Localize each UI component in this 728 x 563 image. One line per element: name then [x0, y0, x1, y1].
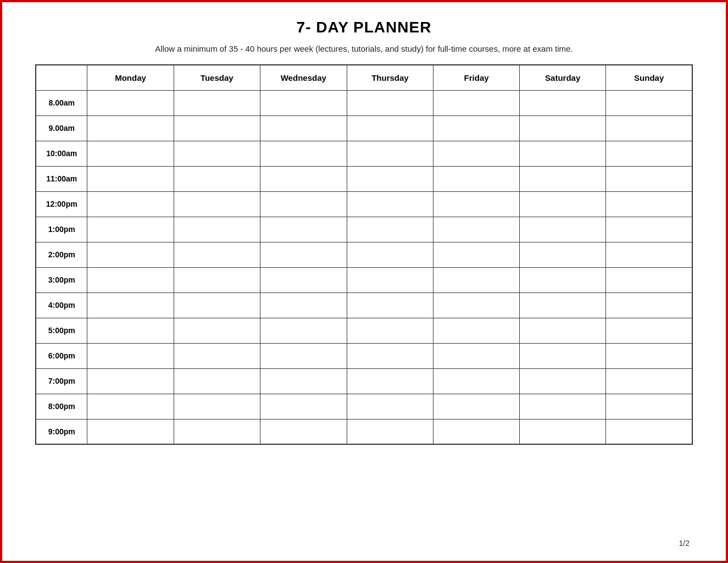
schedule-cell[interactable] — [434, 292, 520, 318]
schedule-cell[interactable] — [260, 267, 347, 292]
schedule-cell[interactable] — [347, 166, 433, 191]
schedule-cell[interactable] — [520, 191, 606, 217]
schedule-cell[interactable] — [260, 141, 347, 166]
schedule-cell[interactable] — [606, 292, 692, 318]
schedule-cell[interactable] — [87, 394, 174, 419]
schedule-cell[interactable] — [606, 217, 692, 242]
schedule-cell[interactable] — [606, 419, 692, 444]
schedule-cell[interactable] — [434, 115, 520, 141]
schedule-cell[interactable] — [347, 90, 433, 115]
schedule-cell[interactable] — [347, 368, 433, 394]
schedule-cell[interactable] — [260, 318, 347, 343]
schedule-cell[interactable] — [174, 267, 260, 292]
schedule-cell[interactable] — [606, 343, 692, 368]
schedule-cell[interactable] — [87, 191, 174, 217]
schedule-cell[interactable] — [87, 141, 174, 166]
schedule-cell[interactable] — [347, 242, 433, 267]
time-cell: 9:00pm — [36, 419, 87, 444]
schedule-cell[interactable] — [520, 368, 606, 394]
schedule-cell[interactable] — [606, 141, 692, 166]
schedule-cell[interactable] — [434, 90, 520, 115]
schedule-cell[interactable] — [606, 90, 692, 115]
schedule-cell[interactable] — [520, 267, 606, 292]
schedule-cell[interactable] — [520, 292, 606, 318]
schedule-cell[interactable] — [520, 343, 606, 368]
schedule-cell[interactable] — [606, 394, 692, 419]
schedule-cell[interactable] — [347, 343, 433, 368]
page-container: 7- DAY PLANNER Allow a minimum of 35 - 4… — [2, 2, 726, 561]
schedule-cell[interactable] — [434, 242, 520, 267]
schedule-cell[interactable] — [174, 90, 260, 115]
schedule-cell[interactable] — [520, 242, 606, 267]
schedule-cell[interactable] — [174, 166, 260, 191]
schedule-cell[interactable] — [347, 292, 433, 318]
schedule-cell[interactable] — [434, 419, 520, 444]
schedule-cell[interactable] — [87, 343, 174, 368]
schedule-cell[interactable] — [87, 292, 174, 318]
schedule-cell[interactable] — [174, 141, 260, 166]
schedule-cell[interactable] — [520, 394, 606, 419]
schedule-cell[interactable] — [87, 267, 174, 292]
schedule-cell[interactable] — [347, 217, 433, 242]
schedule-cell[interactable] — [260, 90, 347, 115]
schedule-cell[interactable] — [520, 217, 606, 242]
schedule-cell[interactable] — [434, 141, 520, 166]
schedule-cell[interactable] — [87, 242, 174, 267]
schedule-cell[interactable] — [260, 217, 347, 242]
schedule-cell[interactable] — [347, 191, 433, 217]
schedule-cell[interactable] — [87, 217, 174, 242]
schedule-cell[interactable] — [260, 343, 347, 368]
schedule-cell[interactable] — [87, 115, 174, 141]
schedule-cell[interactable] — [347, 419, 433, 444]
schedule-cell[interactable] — [434, 368, 520, 394]
schedule-cell[interactable] — [434, 394, 520, 419]
schedule-cell[interactable] — [606, 318, 692, 343]
schedule-cell[interactable] — [347, 318, 433, 343]
schedule-cell[interactable] — [434, 343, 520, 368]
schedule-cell[interactable] — [606, 115, 692, 141]
schedule-cell[interactable] — [174, 394, 260, 419]
schedule-cell[interactable] — [520, 419, 606, 444]
schedule-cell[interactable] — [87, 318, 174, 343]
schedule-cell[interactable] — [260, 394, 347, 419]
schedule-cell[interactable] — [434, 318, 520, 343]
schedule-cell[interactable] — [260, 166, 347, 191]
schedule-cell[interactable] — [606, 242, 692, 267]
schedule-cell[interactable] — [260, 191, 347, 217]
schedule-cell[interactable] — [260, 419, 347, 444]
schedule-cell[interactable] — [174, 242, 260, 267]
schedule-cell[interactable] — [520, 166, 606, 191]
schedule-cell[interactable] — [434, 267, 520, 292]
schedule-cell[interactable] — [174, 292, 260, 318]
schedule-cell[interactable] — [606, 267, 692, 292]
schedule-cell[interactable] — [347, 267, 433, 292]
schedule-cell[interactable] — [174, 368, 260, 394]
schedule-cell[interactable] — [347, 394, 433, 419]
schedule-cell[interactable] — [520, 115, 606, 141]
schedule-cell[interactable] — [174, 191, 260, 217]
schedule-cell[interactable] — [434, 217, 520, 242]
schedule-cell[interactable] — [520, 141, 606, 166]
schedule-cell[interactable] — [606, 191, 692, 217]
schedule-cell[interactable] — [520, 318, 606, 343]
schedule-cell[interactable] — [606, 166, 692, 191]
schedule-cell[interactable] — [174, 343, 260, 368]
schedule-cell[interactable] — [174, 115, 260, 141]
schedule-cell[interactable] — [434, 166, 520, 191]
schedule-cell[interactable] — [87, 419, 174, 444]
schedule-cell[interactable] — [87, 166, 174, 191]
schedule-cell[interactable] — [606, 368, 692, 394]
schedule-cell[interactable] — [260, 292, 347, 318]
schedule-cell[interactable] — [87, 368, 174, 394]
schedule-cell[interactable] — [174, 217, 260, 242]
schedule-cell[interactable] — [520, 90, 606, 115]
schedule-cell[interactable] — [174, 318, 260, 343]
schedule-cell[interactable] — [260, 368, 347, 394]
schedule-cell[interactable] — [174, 419, 260, 444]
schedule-cell[interactable] — [347, 115, 433, 141]
schedule-cell[interactable] — [434, 191, 520, 217]
schedule-cell[interactable] — [260, 242, 347, 267]
schedule-cell[interactable] — [87, 90, 174, 115]
schedule-cell[interactable] — [347, 141, 433, 166]
schedule-cell[interactable] — [260, 115, 347, 141]
